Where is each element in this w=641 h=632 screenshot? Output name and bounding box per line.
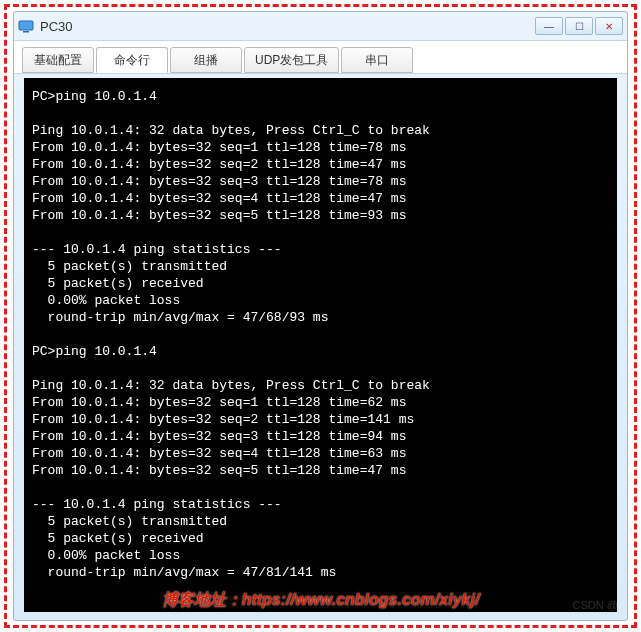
tab-multicast[interactable]: 组播 [170, 47, 242, 73]
minimize-button[interactable]: — [535, 17, 563, 35]
app-window: PC30 — ☐ ✕ 基础配置 命令行 组播 UDP发包工具 串口 PC>pin… [13, 11, 628, 621]
tab-cli[interactable]: 命令行 [96, 47, 168, 73]
tab-udp[interactable]: UDP发包工具 [244, 47, 339, 73]
tab-basic[interactable]: 基础配置 [22, 47, 94, 73]
svg-rect-1 [23, 31, 29, 33]
app-icon [18, 18, 34, 34]
window-buttons: — ☐ ✕ [535, 17, 623, 35]
window-title: PC30 [40, 19, 535, 34]
tab-bar: 基础配置 命令行 组播 UDP发包工具 串口 [14, 40, 627, 74]
titlebar[interactable]: PC30 — ☐ ✕ [14, 12, 627, 40]
svg-rect-0 [19, 21, 33, 30]
maximize-button[interactable]: ☐ [565, 17, 593, 35]
close-button[interactable]: ✕ [595, 17, 623, 35]
tab-serial[interactable]: 串口 [341, 47, 413, 73]
terminal-output[interactable]: PC>ping 10.0.1.4 Ping 10.0.1.4: 32 data … [24, 78, 617, 612]
screenshot-border: PC30 — ☐ ✕ 基础配置 命令行 组播 UDP发包工具 串口 PC>pin… [4, 4, 637, 628]
